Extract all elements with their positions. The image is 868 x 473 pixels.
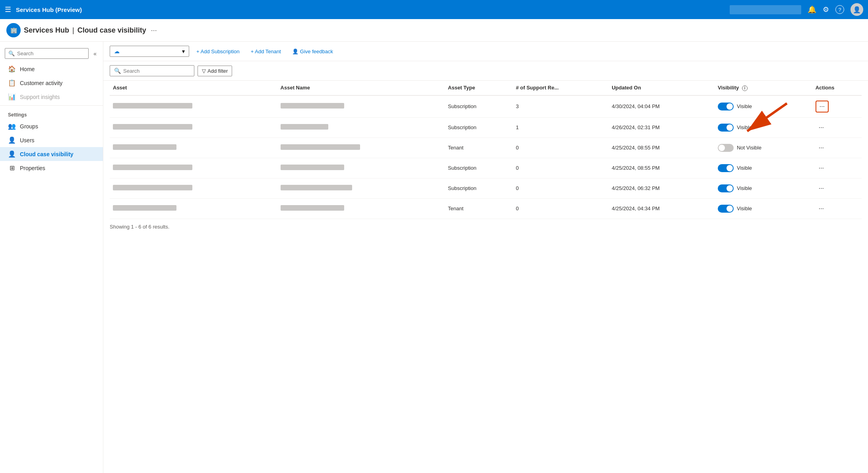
gear-icon[interactable]: ⚙	[823, 5, 829, 14]
actions-cell: ···	[812, 95, 862, 118]
actions-cell: ···	[812, 158, 862, 178]
topbar-search-input[interactable]	[730, 5, 801, 14]
properties-icon: ⊞	[8, 164, 16, 172]
give-feedback-button[interactable]: 👤 Give feedback	[288, 47, 337, 56]
visibility-toggle[interactable]	[718, 103, 734, 110]
actions-more-button[interactable]: ···	[816, 183, 827, 194]
users-icon: 👤	[8, 136, 16, 144]
actions-more-button[interactable]: ···	[816, 204, 827, 214]
hamburger-menu-icon[interactable]: ☰	[5, 5, 11, 14]
toggle-slider	[718, 184, 734, 192]
toggle-slider	[718, 144, 734, 152]
help-icon[interactable]: ?	[835, 5, 844, 14]
sidebar-search-input[interactable]	[17, 50, 85, 56]
add-filter-label: Add filter	[207, 68, 228, 74]
updated-on-cell: 4/25/2024, 04:34 PM	[608, 198, 715, 219]
actions-cell: ···	[812, 198, 862, 219]
asset-cell	[110, 138, 277, 158]
home-icon: 🏠	[8, 65, 16, 73]
visibility-toggle[interactable]	[718, 205, 734, 213]
breadcrumb-bar: 🏢 Services Hub | Cloud case visibility ·…	[0, 19, 868, 42]
actions-more-button[interactable]: ···	[816, 101, 829, 112]
visibility-info-icon[interactable]: i	[742, 85, 748, 91]
sidebar-search-icon: 🔍	[8, 50, 15, 56]
asset-bar	[113, 185, 192, 190]
support-insights-icon: 📊	[8, 93, 16, 101]
visibility-toggle[interactable]	[718, 184, 734, 192]
col-header-asset-name: Asset Name	[277, 81, 445, 95]
sidebar-item-users-label: Users	[20, 137, 35, 143]
col-header-support-requests: # of Support Re...	[513, 81, 608, 95]
breadcrumb-app-name: Services Hub	[24, 26, 69, 35]
add-subscription-button[interactable]: + Add Subscription	[192, 47, 244, 56]
visibility-cell: Visible	[715, 158, 812, 178]
avatar[interactable]: 👤	[851, 3, 863, 16]
asset-name-cell	[277, 198, 445, 219]
table-row: Subscription34/30/2024, 04:04 PMVisible·…	[110, 95, 862, 118]
sidebar-item-support-insights[interactable]: 📊 Support insights	[0, 90, 103, 104]
sidebar-item-home[interactable]: 🏠 Home	[0, 62, 103, 76]
sidebar-item-customer-activity[interactable]: 📋 Customer activity	[0, 76, 103, 90]
actions-more-button[interactable]: ···	[816, 122, 827, 133]
sidebar-item-home-label: Home	[20, 66, 35, 72]
give-feedback-icon: 👤	[292, 48, 298, 54]
content-area: ☁ ▾ + Add Subscription + Add Tenant 👤 Gi…	[103, 42, 868, 473]
topbar: ☰ Services Hub (Preview) 🔔 ⚙ ? 👤	[0, 0, 868, 19]
svg-text:🏢: 🏢	[10, 27, 17, 34]
chevron-down-icon: ▾	[182, 48, 185, 54]
asset-type-cell: Tenant	[445, 198, 513, 219]
breadcrumb-separator: |	[72, 26, 74, 35]
sidebar-item-users[interactable]: 👤 Users	[0, 133, 103, 147]
main-layout: 🔍 « 🏠 Home 📋 Customer activity 📊 Support…	[0, 42, 868, 473]
add-filter-button[interactable]: ▽ Add filter	[198, 66, 232, 76]
col-header-updated-on: Updated On	[608, 81, 715, 95]
col-header-asset: Asset	[110, 81, 277, 95]
visibility-label: Visible	[737, 165, 752, 171]
actions-more-button[interactable]: ···	[816, 163, 827, 173]
visibility-label: Visible	[737, 205, 752, 211]
visibility-cell: Visible	[715, 117, 812, 138]
table-row: Subscription14/26/2024, 02:31 PMVisible·…	[110, 117, 862, 138]
add-tenant-button[interactable]: + Add Tenant	[247, 47, 285, 56]
subscription-selector[interactable]: ☁ ▾	[110, 46, 189, 57]
table-search-input[interactable]	[123, 68, 190, 74]
visibility-toggle[interactable]	[718, 164, 734, 172]
sidebar-search-wrap: 🔍 «	[0, 45, 103, 62]
table-search-icon: 🔍	[114, 68, 121, 74]
table-search-box[interactable]: 🔍	[110, 65, 194, 76]
sidebar-collapse-button[interactable]: «	[92, 49, 98, 58]
sidebar-item-groups[interactable]: 👥 Groups	[0, 119, 103, 133]
sidebar-item-properties-label: Properties	[20, 165, 45, 171]
sidebar-search-box[interactable]: 🔍	[5, 48, 89, 59]
visibility-toggle[interactable]	[718, 124, 734, 132]
visibility-label: Visible	[737, 103, 752, 109]
sidebar-item-cloud-case-visibility[interactable]: 👤 Cloud case visibility	[0, 147, 103, 161]
visibility-cell: Not Visible	[715, 138, 812, 158]
support-requests-cell: 0	[513, 178, 608, 198]
updated-on-cell: 4/25/2024, 06:32 PM	[608, 178, 715, 198]
asset-name-bar	[281, 144, 360, 150]
table-row: Tenant04/25/2024, 08:55 PMNot Visible···	[110, 138, 862, 158]
bell-icon[interactable]: 🔔	[808, 5, 816, 14]
asset-name-cell	[277, 95, 445, 118]
sidebar-item-properties[interactable]: ⊞ Properties	[0, 161, 103, 175]
sidebar-item-support-insights-label: Support insights	[20, 94, 60, 100]
asset-type-cell: Subscription	[445, 95, 513, 118]
visibility-toggle[interactable]	[718, 144, 734, 152]
asset-bar	[113, 205, 176, 211]
asset-name-cell	[277, 158, 445, 178]
breadcrumb-more-icon[interactable]: ···	[151, 26, 157, 35]
cloud-case-visibility-icon: 👤	[8, 150, 16, 158]
support-requests-cell: 0	[513, 138, 608, 158]
visibility-label: Visible	[737, 124, 752, 130]
asset-type-cell: Subscription	[445, 117, 513, 138]
asset-name-bar	[281, 205, 344, 211]
sidebar: 🔍 « 🏠 Home 📋 Customer activity 📊 Support…	[0, 42, 103, 473]
support-requests-cell: 1	[513, 117, 608, 138]
col-header-actions: Actions	[812, 81, 862, 95]
updated-on-cell: 4/30/2024, 04:04 PM	[608, 95, 715, 118]
updated-on-cell: 4/25/2024, 08:55 PM	[608, 138, 715, 158]
asset-bar	[113, 144, 176, 150]
visibility-cell: Visible	[715, 178, 812, 198]
actions-more-button[interactable]: ···	[816, 143, 827, 153]
